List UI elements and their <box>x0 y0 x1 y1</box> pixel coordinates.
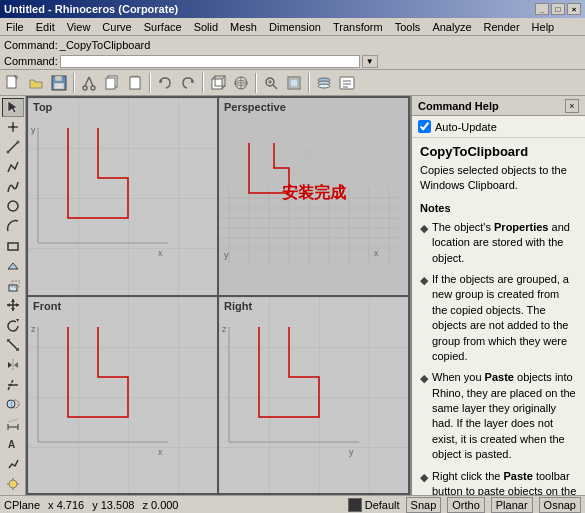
y-coord: y 13.508 <box>92 499 134 511</box>
help-content: CopyToClipboard Copies selected objects … <box>412 138 585 495</box>
viewport-top[interactable]: Top x <box>28 98 217 295</box>
command-search-button[interactable]: ▼ <box>362 55 378 68</box>
viewport-right[interactable]: Right y z <box>219 297 408 494</box>
svg-point-32 <box>318 84 330 88</box>
svg-rect-0 <box>7 76 16 88</box>
menu-render[interactable]: Render <box>482 21 522 33</box>
snap-button[interactable]: Snap <box>406 497 442 513</box>
lt-render[interactable] <box>2 474 24 493</box>
tb-undo[interactable] <box>154 72 176 94</box>
svg-text:y: y <box>224 250 229 260</box>
toolbar-sep-3 <box>202 73 204 93</box>
svg-marker-52 <box>7 303 10 307</box>
menu-transform[interactable]: Transform <box>331 21 385 33</box>
tb-properties[interactable] <box>336 72 358 94</box>
lt-extrude[interactable] <box>2 276 24 295</box>
svg-marker-60 <box>14 362 18 368</box>
svg-marker-37 <box>8 101 18 113</box>
minimize-button[interactable]: _ <box>535 3 549 15</box>
lt-move[interactable] <box>2 296 24 315</box>
menu-view[interactable]: View <box>65 21 93 33</box>
menu-tools[interactable]: Tools <box>393 21 423 33</box>
svg-rect-46 <box>9 285 17 291</box>
svg-rect-57 <box>16 348 19 351</box>
help-autoupdate-row: Auto-Update <box>412 116 585 138</box>
main-area: A Top <box>0 96 585 495</box>
y-label: y <box>92 499 98 511</box>
tb-paste[interactable] <box>124 72 146 94</box>
tb-copy[interactable] <box>101 72 123 94</box>
lt-rectangle[interactable] <box>2 237 24 256</box>
lt-freeform[interactable] <box>2 177 24 196</box>
svg-point-70 <box>9 480 17 488</box>
status-right: Default Snap Ortho Planar Osnap <box>348 497 581 513</box>
menu-curve[interactable]: Curve <box>100 21 133 33</box>
tb-box[interactable] <box>207 72 229 94</box>
tb-open[interactable] <box>25 72 47 94</box>
bullet-3: ◆ <box>420 371 428 462</box>
tb-sphere[interactable] <box>230 72 252 94</box>
lt-circle[interactable] <box>2 197 24 216</box>
layer-color-indicator <box>348 498 362 512</box>
viewport-perspective-label: Perspective <box>224 101 286 113</box>
tb-cut[interactable] <box>78 72 100 94</box>
command-history-value: _CopyToClipboard <box>60 39 151 51</box>
lt-trim[interactable] <box>2 375 24 394</box>
menu-file[interactable]: File <box>4 21 26 33</box>
command-input-label: Command: <box>4 55 58 67</box>
menu-surface[interactable]: Surface <box>142 21 184 33</box>
lt-polyline[interactable] <box>2 157 24 176</box>
lt-text[interactable]: A <box>2 435 24 454</box>
svg-text:y: y <box>31 125 36 135</box>
lt-arc[interactable] <box>2 217 24 236</box>
viewport-front[interactable]: Front x z <box>28 297 217 494</box>
tb-new[interactable] <box>2 72 24 94</box>
svg-rect-29 <box>290 79 298 87</box>
close-button[interactable]: × <box>567 3 581 15</box>
svg-rect-77 <box>28 98 217 295</box>
tb-zoom[interactable] <box>260 72 282 94</box>
help-note-4-text: Right click the Paste toolbar button to … <box>432 469 577 495</box>
lt-surface[interactable] <box>2 256 24 275</box>
lt-boolean[interactable] <box>2 395 24 414</box>
maximize-button[interactable]: □ <box>551 3 565 15</box>
lt-analyze[interactable] <box>2 454 24 473</box>
lt-mirror[interactable] <box>2 355 24 374</box>
z-value: 0.000 <box>151 499 179 511</box>
lt-point[interactable] <box>2 118 24 137</box>
lt-line[interactable] <box>2 138 24 157</box>
help-header: Command Help × <box>412 96 585 116</box>
menu-dimension[interactable]: Dimension <box>267 21 323 33</box>
planar-button[interactable]: Planar <box>491 497 533 513</box>
ortho-button[interactable]: Ortho <box>447 497 485 513</box>
menu-edit[interactable]: Edit <box>34 21 57 33</box>
x-label: x <box>48 499 54 511</box>
cplane-label: CPlane <box>4 499 40 511</box>
lt-select[interactable] <box>2 98 24 117</box>
svg-line-8 <box>89 77 93 86</box>
z-coord: z 0.000 <box>142 499 178 511</box>
bullet-4: ◆ <box>420 470 428 495</box>
viewport-perspective[interactable]: Perspective <box>219 98 408 295</box>
autoupdate-checkbox[interactable] <box>418 120 431 133</box>
viewport-area: Top x <box>26 96 410 495</box>
help-description: Copies selected objects to the Windows C… <box>420 163 577 194</box>
tb-redo[interactable] <box>177 72 199 94</box>
lt-rotate[interactable] <box>2 316 24 335</box>
osnap-button[interactable]: Osnap <box>539 497 581 513</box>
lt-dimension[interactable] <box>2 415 24 434</box>
menu-solid[interactable]: Solid <box>192 21 220 33</box>
menu-analyze[interactable]: Analyze <box>430 21 473 33</box>
title-bar-buttons: _ □ × <box>535 3 581 15</box>
command-input[interactable] <box>60 55 360 68</box>
menu-mesh[interactable]: Mesh <box>228 21 259 33</box>
help-note-1: ◆ The object's Properties and location a… <box>420 220 577 266</box>
menu-help[interactable]: Help <box>530 21 557 33</box>
tb-layer[interactable] <box>313 72 335 94</box>
tb-save[interactable] <box>48 72 70 94</box>
tb-zoom-ext[interactable] <box>283 72 305 94</box>
lt-scale[interactable] <box>2 336 24 355</box>
help-close-button[interactable]: × <box>565 99 579 113</box>
command-label: Command: <box>4 39 58 51</box>
svg-text:z: z <box>31 324 36 334</box>
